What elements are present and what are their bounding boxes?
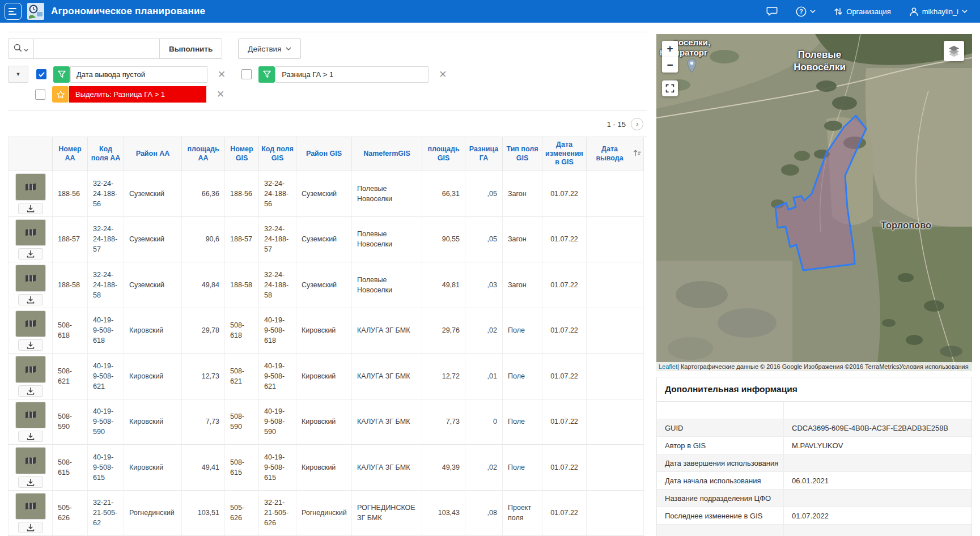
cell: 40-19-9-508-615 [88, 445, 124, 491]
organization-button[interactable]: Организация [830, 6, 894, 17]
column-header[interactable]: Дата изменения в GIS [542, 137, 587, 171]
map-icon [25, 456, 36, 465]
filter-date-close-icon[interactable]: ✕ [215, 69, 228, 80]
download-button[interactable] [18, 203, 43, 214]
download-button[interactable] [18, 477, 43, 488]
download-button[interactable] [18, 522, 43, 533]
column-header[interactable]: Код поля GIS [259, 137, 296, 171]
cell: 32-24-24-188-58 [88, 262, 124, 308]
map-icon [25, 410, 36, 419]
search-input[interactable] [34, 39, 160, 59]
cell: 40-19-9-508-615 [259, 445, 296, 491]
column-header[interactable]: Номер GIS [225, 137, 259, 171]
show-on-map-button[interactable] [15, 310, 46, 338]
column-header[interactable]: площадь АА [182, 137, 225, 171]
filter-date-chip[interactable]: Дата вывода пустой [53, 66, 207, 83]
zoom-control: + − [662, 41, 678, 73]
highlight-checkbox[interactable] [35, 90, 45, 100]
cell: 40-19-9-508-590 [88, 399, 124, 445]
zoom-out-button[interactable]: − [662, 57, 678, 73]
cell: Загон [503, 171, 542, 217]
filter-date-checkbox[interactable] [36, 69, 46, 79]
show-on-map-button[interactable] [15, 265, 46, 292]
fullscreen-button[interactable] [662, 80, 678, 96]
terms-link[interactable]: Условия использования [900, 363, 969, 370]
cell: 40-19-9-508-590 [259, 399, 296, 445]
info-row-value [784, 402, 971, 419]
map-icon [25, 501, 36, 511]
cell: 508-618 [53, 308, 88, 354]
info-row-label [657, 402, 784, 419]
chevron-down-icon [24, 45, 28, 53]
filters-expander-button[interactable]: ▼ [8, 66, 28, 83]
chat-icon[interactable] [763, 6, 781, 17]
highlight-star-icon [52, 86, 69, 103]
cell: 188-56 [225, 171, 259, 217]
column-header[interactable]: Дата вывода [587, 137, 644, 171]
cell: 01.07.22 [542, 354, 587, 399]
map-marker-icon[interactable] [687, 58, 697, 76]
column-header[interactable]: NamefermGIS [352, 137, 422, 171]
show-on-map-button[interactable] [15, 173, 46, 201]
show-on-map-button[interactable] [15, 402, 46, 429]
app-header: Агрономическое планирование ? Организаци… [0, 0, 980, 23]
info-row-value: 01.07.2022 [784, 507, 971, 524]
download-button[interactable] [18, 385, 43, 397]
highlight-close-icon[interactable]: ✕ [214, 88, 227, 100]
download-button[interactable] [18, 339, 43, 351]
highlight-chip[interactable]: Выделить: Разница ГА > 1 [52, 86, 206, 103]
run-button[interactable]: Выполнить [160, 39, 222, 59]
cell: Рогнединский [124, 491, 182, 536]
show-on-map-button[interactable] [15, 219, 46, 246]
cell: 103,51 [182, 491, 225, 536]
leaflet-link[interactable]: Leaflet [659, 363, 677, 370]
cell [587, 399, 644, 445]
filter-diff-chip[interactable]: Разница ГА > 1 [258, 66, 429, 83]
pagination-range: 1 - 15 [607, 120, 626, 129]
actions-menu-button[interactable]: Действия [238, 39, 301, 59]
row-actions-cell [9, 354, 53, 399]
column-header[interactable]: площадь GIS [422, 137, 465, 171]
column-header-actions [9, 137, 53, 171]
column-header[interactable]: Номер АА [53, 137, 88, 171]
info-row: Последнее изменение в GIS01.07.2022 [657, 507, 971, 525]
row-actions-cell [9, 445, 53, 491]
cell: 508-615 [53, 445, 88, 491]
show-on-map-button[interactable] [15, 447, 46, 474]
cell: Загон [503, 217, 542, 263]
show-on-map-button[interactable] [15, 493, 46, 520]
app-logo [27, 3, 44, 20]
info-row-label: Последнее изменение в GIS [657, 507, 784, 524]
cell: 505-626 [53, 491, 88, 536]
cell: Рогнединский [296, 491, 352, 536]
info-row [657, 402, 971, 419]
column-header[interactable]: Район GIS [296, 137, 352, 171]
cell: 32-21-21-505-626 [259, 491, 296, 536]
cell: ,02 [465, 308, 503, 354]
filter-diff-checkbox[interactable] [241, 69, 252, 79]
column-header[interactable]: Разница ГА [465, 137, 503, 171]
pagination-next-button[interactable]: › [631, 118, 643, 130]
column-header[interactable]: Район АА [124, 137, 182, 171]
download-button[interactable] [18, 431, 43, 442]
user-icon [909, 7, 919, 16]
filter-diff-label: Разница ГА > 1 [275, 66, 429, 83]
pagination: 1 - 15 › [8, 116, 647, 133]
help-menu-button[interactable]: ? [792, 6, 819, 18]
map[interactable]: воселки, К Мираторг Полевые Новосёлки То… [656, 34, 972, 371]
column-header[interactable]: Код поля АА [88, 137, 124, 171]
column-header[interactable]: Тип поля GIS [503, 137, 542, 171]
download-button[interactable] [18, 294, 43, 305]
download-button[interactable] [18, 248, 43, 260]
zoom-in-button[interactable]: + [662, 41, 678, 57]
layers-button[interactable] [944, 41, 964, 61]
hamburger-menu-icon[interactable] [5, 3, 22, 20]
search-options-button[interactable] [8, 39, 34, 59]
show-on-map-button[interactable] [15, 356, 46, 383]
user-menu-button[interactable]: mikhaylin_i [906, 6, 971, 17]
download-icon [26, 341, 35, 350]
switch-icon [834, 7, 843, 16]
filter-diff-close-icon[interactable]: ✕ [436, 69, 449, 80]
info-row: Дата завершения использования [657, 454, 971, 472]
header-actions: ? Организация mikhaylin_i [763, 6, 971, 18]
